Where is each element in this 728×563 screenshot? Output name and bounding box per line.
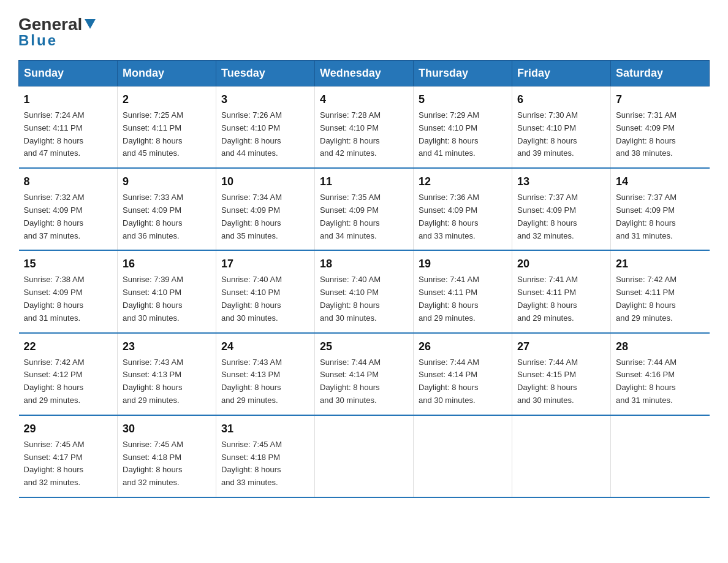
calendar-cell: 20Sunrise: 7:41 AMSunset: 4:11 PMDayligh… — [512, 250, 611, 332]
day-number: 6 — [517, 91, 605, 108]
header-monday: Monday — [118, 61, 216, 86]
day-info: Sunrise: 7:45 AMSunset: 4:18 PMDaylight:… — [123, 439, 211, 489]
day-info: Sunrise: 7:32 AMSunset: 4:09 PMDaylight:… — [24, 191, 113, 242]
day-info: Sunrise: 7:43 AMSunset: 4:13 PMDaylight:… — [221, 356, 309, 407]
day-number: 11 — [320, 174, 408, 190]
day-number: 5 — [419, 91, 507, 108]
day-number: 23 — [123, 339, 211, 355]
calendar-cell — [512, 415, 611, 497]
day-number: 7 — [616, 91, 705, 108]
header-friday: Friday — [512, 61, 611, 86]
logo-general: General — [18, 16, 82, 33]
calendar-cell — [414, 415, 512, 497]
day-info: Sunrise: 7:41 AMSunset: 4:11 PMDaylight:… — [419, 274, 507, 324]
day-info: Sunrise: 7:42 AMSunset: 4:12 PMDaylight:… — [24, 356, 113, 407]
calendar-cell: 7Sunrise: 7:31 AMSunset: 4:09 PMDaylight… — [611, 86, 710, 169]
day-info: Sunrise: 7:37 AMSunset: 4:09 PMDaylight:… — [517, 191, 605, 242]
header-thursday: Thursday — [414, 61, 512, 86]
day-number: 14 — [616, 174, 705, 190]
calendar-cell: 13Sunrise: 7:37 AMSunset: 4:09 PMDayligh… — [512, 168, 611, 250]
calendar-cell: 4Sunrise: 7:28 AMSunset: 4:10 PMDaylight… — [315, 86, 414, 169]
day-info: Sunrise: 7:44 AMSunset: 4:16 PMDaylight:… — [616, 356, 705, 407]
day-number: 25 — [320, 339, 408, 355]
day-info: Sunrise: 7:44 AMSunset: 4:15 PMDaylight:… — [517, 356, 605, 407]
page-header: General Blue — [18, 12, 710, 49]
day-info: Sunrise: 7:45 AMSunset: 4:17 PMDaylight:… — [24, 439, 113, 489]
day-info: Sunrise: 7:40 AMSunset: 4:10 PMDaylight:… — [320, 274, 408, 324]
calendar-cell: 31Sunrise: 7:45 AMSunset: 4:18 PMDayligh… — [216, 415, 315, 497]
calendar-cell: 2Sunrise: 7:25 AMSunset: 4:11 PMDaylight… — [118, 86, 216, 169]
calendar-cell: 19Sunrise: 7:41 AMSunset: 4:11 PMDayligh… — [414, 250, 512, 332]
calendar-cell: 8Sunrise: 7:32 AMSunset: 4:09 PMDaylight… — [19, 168, 118, 250]
calendar-cell: 14Sunrise: 7:37 AMSunset: 4:09 PMDayligh… — [611, 168, 710, 250]
day-info: Sunrise: 7:44 AMSunset: 4:14 PMDaylight:… — [419, 356, 507, 407]
day-info: Sunrise: 7:28 AMSunset: 4:10 PMDaylight:… — [320, 109, 408, 160]
calendar-cell: 10Sunrise: 7:34 AMSunset: 4:09 PMDayligh… — [216, 168, 315, 250]
day-info: Sunrise: 7:37 AMSunset: 4:09 PMDaylight:… — [616, 191, 705, 242]
calendar-cell — [611, 415, 710, 497]
header-sunday: Sunday — [19, 61, 118, 86]
day-info: Sunrise: 7:38 AMSunset: 4:09 PMDaylight:… — [24, 274, 113, 324]
day-number: 9 — [123, 174, 211, 190]
day-number: 30 — [123, 421, 211, 437]
calendar-table: SundayMondayTuesdayWednesdayThursdayFrid… — [18, 60, 710, 498]
calendar-cell: 25Sunrise: 7:44 AMSunset: 4:14 PMDayligh… — [315, 333, 414, 415]
day-number: 31 — [221, 421, 309, 437]
day-info: Sunrise: 7:41 AMSunset: 4:11 PMDaylight:… — [517, 274, 605, 324]
day-number: 13 — [517, 174, 605, 190]
day-info: Sunrise: 7:24 AMSunset: 4:11 PMDaylight:… — [24, 109, 113, 160]
calendar-header-row: SundayMondayTuesdayWednesdayThursdayFrid… — [19, 61, 710, 86]
day-info: Sunrise: 7:35 AMSunset: 4:09 PMDaylight:… — [320, 191, 408, 242]
header-saturday: Saturday — [611, 61, 710, 86]
calendar-cell: 9Sunrise: 7:33 AMSunset: 4:09 PMDaylight… — [118, 168, 216, 250]
day-number: 21 — [616, 256, 705, 272]
day-number: 26 — [419, 339, 507, 355]
calendar-cell: 18Sunrise: 7:40 AMSunset: 4:10 PMDayligh… — [315, 250, 414, 332]
calendar-cell: 28Sunrise: 7:44 AMSunset: 4:16 PMDayligh… — [611, 333, 710, 415]
header-tuesday: Tuesday — [216, 61, 315, 86]
calendar-cell: 24Sunrise: 7:43 AMSunset: 4:13 PMDayligh… — [216, 333, 315, 415]
day-number: 17 — [221, 256, 309, 272]
day-number: 29 — [24, 421, 113, 437]
day-info: Sunrise: 7:42 AMSunset: 4:11 PMDaylight:… — [616, 274, 705, 324]
day-info: Sunrise: 7:30 AMSunset: 4:10 PMDaylight:… — [517, 109, 605, 160]
day-number: 27 — [517, 339, 605, 355]
day-info: Sunrise: 7:45 AMSunset: 4:18 PMDaylight:… — [221, 439, 309, 489]
header-wednesday: Wednesday — [315, 61, 414, 86]
day-info: Sunrise: 7:36 AMSunset: 4:09 PMDaylight:… — [419, 191, 507, 242]
calendar-cell: 26Sunrise: 7:44 AMSunset: 4:14 PMDayligh… — [414, 333, 512, 415]
day-info: Sunrise: 7:25 AMSunset: 4:11 PMDaylight:… — [123, 109, 211, 160]
day-info: Sunrise: 7:34 AMSunset: 4:09 PMDaylight:… — [221, 191, 309, 242]
calendar-cell: 5Sunrise: 7:29 AMSunset: 4:10 PMDaylight… — [414, 86, 512, 169]
day-number: 10 — [221, 174, 309, 190]
day-info: Sunrise: 7:26 AMSunset: 4:10 PMDaylight:… — [221, 109, 309, 160]
day-info: Sunrise: 7:43 AMSunset: 4:13 PMDaylight:… — [123, 356, 211, 407]
calendar-cell: 6Sunrise: 7:30 AMSunset: 4:10 PMDaylight… — [512, 86, 611, 169]
day-number: 3 — [221, 91, 309, 108]
day-number: 19 — [419, 256, 507, 272]
day-number: 15 — [24, 256, 113, 272]
calendar-week-row: 8Sunrise: 7:32 AMSunset: 4:09 PMDaylight… — [19, 168, 710, 250]
calendar-cell: 1Sunrise: 7:24 AMSunset: 4:11 PMDaylight… — [19, 86, 118, 169]
day-number: 1 — [24, 91, 113, 108]
svg-marker-0 — [85, 19, 96, 29]
calendar-cell: 11Sunrise: 7:35 AMSunset: 4:09 PMDayligh… — [315, 168, 414, 250]
calendar-cell: 3Sunrise: 7:26 AMSunset: 4:10 PMDaylight… — [216, 86, 315, 169]
logo-triangle-icon — [83, 17, 97, 30]
day-number: 8 — [24, 174, 113, 190]
day-number: 22 — [24, 339, 113, 355]
day-number: 12 — [419, 174, 507, 190]
day-info: Sunrise: 7:39 AMSunset: 4:10 PMDaylight:… — [123, 274, 211, 324]
day-info: Sunrise: 7:31 AMSunset: 4:09 PMDaylight:… — [616, 109, 705, 160]
day-number: 28 — [616, 339, 705, 355]
day-number: 4 — [320, 91, 408, 108]
logo: General Blue — [18, 16, 97, 49]
calendar-cell: 17Sunrise: 7:40 AMSunset: 4:10 PMDayligh… — [216, 250, 315, 332]
logo-blue: Blue — [18, 32, 58, 49]
calendar-cell: 12Sunrise: 7:36 AMSunset: 4:09 PMDayligh… — [414, 168, 512, 250]
day-number: 2 — [123, 91, 211, 108]
calendar-cell: 27Sunrise: 7:44 AMSunset: 4:15 PMDayligh… — [512, 333, 611, 415]
day-info: Sunrise: 7:33 AMSunset: 4:09 PMDaylight:… — [123, 191, 211, 242]
calendar-cell: 30Sunrise: 7:45 AMSunset: 4:18 PMDayligh… — [118, 415, 216, 497]
calendar-cell: 16Sunrise: 7:39 AMSunset: 4:10 PMDayligh… — [118, 250, 216, 332]
